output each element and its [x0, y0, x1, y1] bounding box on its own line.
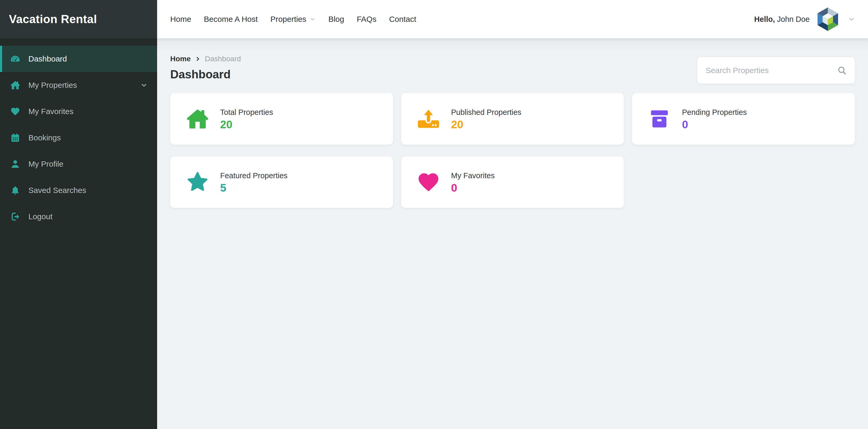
user-greeting: Hello, John Doe: [754, 15, 810, 24]
stat-value: 0: [682, 119, 747, 130]
star-icon: [185, 169, 210, 195]
stat-card-published-properties: Published Properties 20: [401, 93, 624, 145]
nav-contact[interactable]: Contact: [389, 15, 416, 24]
user-icon: [10, 159, 21, 169]
stat-cards: Total Properties 20 Published Properties…: [170, 93, 855, 208]
nav-label: FAQs: [357, 15, 376, 24]
sidebar-item-bookings[interactable]: Bookings: [0, 124, 157, 151]
sidebar-item-my-properties[interactable]: My Properties: [0, 72, 157, 98]
stat-label: Total Properties: [220, 108, 273, 117]
sidebar-item-label: Saved Searches: [28, 186, 86, 195]
breadcrumb-current: Dashboard: [205, 55, 241, 63]
stat-value: 20: [220, 119, 273, 130]
stat-label: My Favorites: [451, 171, 495, 180]
chevron-down-icon[interactable]: [847, 15, 856, 23]
brand-logo[interactable]: Vacation Rental: [0, 0, 157, 38]
sidebar-item-dashboard[interactable]: Dashboard: [0, 46, 157, 72]
sidebar-menu: Dashboard My Properties My Favorites Boo…: [0, 46, 157, 230]
nav-faqs[interactable]: FAQs: [357, 15, 376, 24]
calendar-icon: [10, 133, 21, 143]
stat-text: Featured Properties 5: [220, 171, 287, 194]
brand-title: Vacation Rental: [9, 12, 97, 26]
avatar[interactable]: [817, 7, 838, 31]
main-content: Home Dashboard Dashboard Total Propertie…: [157, 38, 868, 429]
sidebar-item-my-favorites[interactable]: My Favorites: [0, 98, 157, 124]
stat-text: Published Properties 20: [451, 108, 522, 130]
nav-properties[interactable]: Properties: [270, 15, 316, 24]
sidebar-item-label: My Favorites: [28, 107, 73, 116]
nav-label: Properties: [270, 15, 306, 24]
chevron-right-icon: [195, 56, 201, 62]
stat-label: Published Properties: [451, 108, 522, 117]
stat-label: Pending Properties: [682, 108, 747, 117]
breadcrumb-home[interactable]: Home: [170, 55, 191, 63]
stat-value: 0: [451, 182, 495, 194]
search-input[interactable]: [706, 66, 837, 75]
archive-icon: [647, 106, 672, 132]
stat-text: Total Properties 20: [220, 108, 273, 130]
nav-label: Home: [170, 15, 191, 24]
sidebar: Vacation Rental Dashboard My Properties …: [0, 0, 157, 429]
sidebar-item-label: Dashboard: [28, 54, 67, 63]
top-header: Home Become A Host Properties Blog FAQs …: [157, 0, 868, 38]
sidebar-item-label: My Properties: [28, 81, 77, 90]
gauge-icon: [10, 54, 21, 64]
upload-icon: [416, 106, 440, 132]
user-menu[interactable]: Hello, John Doe: [754, 7, 856, 31]
bell-icon: [10, 185, 21, 196]
nav-home[interactable]: Home: [170, 15, 191, 24]
sidebar-item-label: My Profile: [28, 160, 63, 169]
heart-icon: [10, 106, 21, 117]
nav-become-a-host[interactable]: Become A Host: [204, 15, 258, 24]
nav-blog[interactable]: Blog: [329, 15, 344, 24]
user-name: John Doe: [777, 15, 810, 23]
sidebar-item-label: Bookings: [28, 133, 61, 142]
sidebar-item-logout[interactable]: Logout: [0, 203, 157, 230]
stat-card-pending-properties: Pending Properties 0: [632, 93, 855, 145]
nav-label: Blog: [329, 15, 344, 24]
nav-label: Become A Host: [204, 15, 258, 24]
sidebar-item-my-profile[interactable]: My Profile: [0, 151, 157, 177]
sidebar-item-label: Logout: [28, 212, 53, 221]
stat-card-total-properties: Total Properties 20: [170, 93, 393, 145]
stat-text: Pending Properties 0: [682, 108, 747, 130]
heart-icon: [416, 169, 440, 195]
chevron-down-icon: [140, 82, 148, 89]
sidebar-item-saved-searches[interactable]: Saved Searches: [0, 177, 157, 203]
search-box: [697, 57, 855, 84]
stat-text: My Favorites 0: [451, 171, 495, 194]
stat-label: Featured Properties: [220, 171, 287, 180]
stat-value: 5: [220, 182, 287, 194]
search-icon[interactable]: [837, 65, 847, 76]
stat-card-my-favorites: My Favorites 0: [401, 156, 624, 208]
chevron-down-icon: [309, 16, 316, 22]
stat-value: 20: [451, 119, 522, 130]
greeting-word: Hello,: [754, 15, 775, 23]
home-icon: [185, 106, 210, 132]
home-icon: [10, 80, 21, 90]
stat-card-featured-properties: Featured Properties 5: [170, 156, 393, 208]
top-nav: Home Become A Host Properties Blog FAQs …: [170, 15, 416, 24]
nav-label: Contact: [389, 15, 416, 24]
logout-icon: [10, 211, 21, 222]
